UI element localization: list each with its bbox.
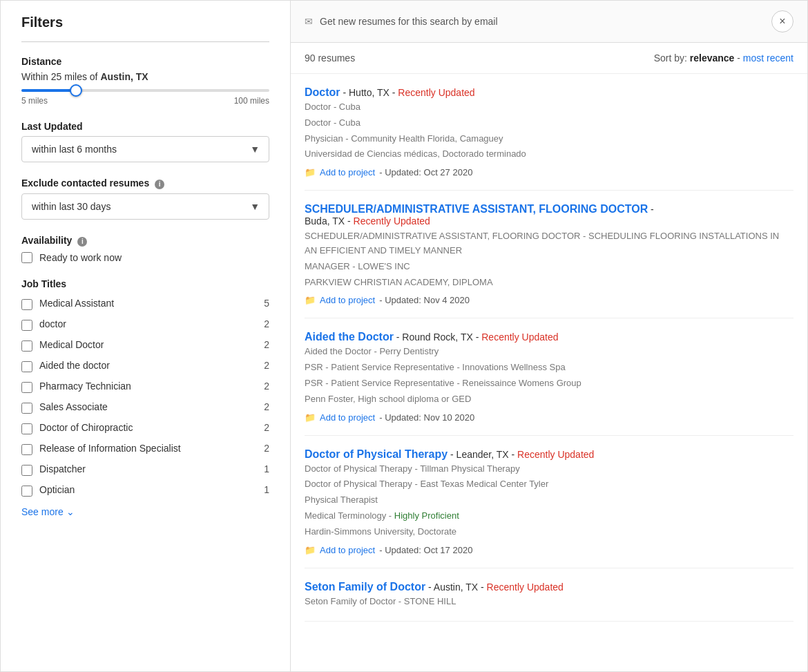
sort-most-recent-link[interactable]: most recent <box>743 52 793 64</box>
result-line-2-0: Aided the Doctor - Perry Dentistry <box>305 345 793 359</box>
result-line-3-3: Medical Terminology - Highly Proficient <box>305 509 793 524</box>
list-item: Aided the doctor 2 <box>21 356 269 376</box>
sort-by-section: Sort by: relevance - most recent <box>654 52 793 64</box>
result-line-1-0: SCHEDULER/ADMINISTRATIVE ASSISTANT, FLOO… <box>305 229 793 258</box>
add-project-link-1[interactable]: Add to project <box>320 295 375 305</box>
updated-date-1: - Updated: Nov 4 2020 <box>379 295 470 305</box>
job-title-count-8: 1 <box>256 463 269 474</box>
results-list: Doctor - Hutto, TX - Recently Updated Do… <box>291 74 807 622</box>
result-title-row-4: Seton Family of Doctor - Austin, TX - Re… <box>305 581 793 593</box>
list-item: Medical Doctor 2 <box>21 335 269 356</box>
job-title-name-6: Doctor of Chiropractic <box>39 422 249 433</box>
slider-thumb[interactable] <box>70 84 82 97</box>
email-bar-left: ✉ Get new resumes for this search by ema… <box>305 16 498 27</box>
highly-proficient-badge: Highly Proficient <box>394 510 459 521</box>
result-title-1[interactable]: SCHEDULER/ADMINISTRATIVE ASSISTANT, FLOO… <box>305 203 648 215</box>
result-title-2[interactable]: Aided the Doctor <box>305 331 394 343</box>
folder-icon-3: 📁 <box>305 545 316 555</box>
result-location-3: - Leander, TX - <box>450 449 517 460</box>
slider-track <box>21 89 269 92</box>
job-title-checkbox-6[interactable] <box>21 423 32 434</box>
see-more-link[interactable]: See more ⌄ <box>21 506 75 517</box>
job-title-name-5: Sales Associate <box>39 401 249 412</box>
list-item: Medical Assistant 5 <box>21 294 269 314</box>
exclude-contacted-label: Exclude contacted resumes i <box>21 177 269 189</box>
distance-description: Within 25 miles of Austin, TX <box>21 71 269 82</box>
result-title-4[interactable]: Seton Family of Doctor <box>305 581 425 593</box>
result-title-3[interactable]: Doctor of Physical Therapy <box>305 448 448 460</box>
result-line-4-0: Seton Family of Doctor - STONE HILL <box>305 595 793 609</box>
exclude-contacted-filter: Exclude contacted resumes i within last … <box>21 177 269 220</box>
add-project-row-2: 📁 Add to project - Updated: Nov 10 2020 <box>305 412 793 423</box>
last-updated-select-wrapper: within last 6 months within last 30 days… <box>21 136 269 162</box>
result-title-row-3: Doctor of Physical Therapy - Leander, TX… <box>305 448 793 461</box>
add-project-row-3: 📁 Add to project - Updated: Oct 17 2020 <box>305 545 793 555</box>
add-project-link-2[interactable]: Add to project <box>320 412 375 423</box>
job-title-count-2: 2 <box>256 339 269 350</box>
see-more-chevron-icon: ⌄ <box>66 506 75 517</box>
job-title-count-7: 2 <box>256 443 269 454</box>
slider-min-label: 5 miles <box>21 96 48 106</box>
job-title-checkbox-9[interactable] <box>21 486 32 497</box>
ready-to-work-checkbox[interactable] <box>21 252 32 263</box>
table-row: Doctor - Hutto, TX - Recently Updated Do… <box>305 74 793 191</box>
distance-label: Distance <box>21 56 269 67</box>
result-title-row-2: Aided the Doctor - Round Rock, TX - Rece… <box>305 331 793 343</box>
job-title-checkbox-0[interactable] <box>21 299 32 310</box>
job-title-name-7: Release of Information Specialist <box>39 443 249 454</box>
job-title-checkbox-4[interactable] <box>21 382 32 393</box>
table-row: Seton Family of Doctor - Austin, TX - Re… <box>305 568 793 622</box>
list-item: doctor 2 <box>21 314 269 335</box>
add-project-row-0: 📁 Add to project - Updated: Oct 27 2020 <box>305 167 793 177</box>
availability-filter: Availability i Ready to work now <box>21 235 269 263</box>
sidebar: Filters Distance Within 25 miles of Aust… <box>1 1 291 671</box>
folder-icon-2: 📁 <box>305 412 316 423</box>
result-line-1-2: PARKVIEW CHRISTIAN ACADEMY, DIPLOMA <box>305 276 793 290</box>
table-row: Doctor of Physical Therapy - Leander, TX… <box>305 436 793 568</box>
job-title-checkbox-1[interactable] <box>21 320 32 331</box>
updated-date-3: - Updated: Oct 17 2020 <box>379 545 472 555</box>
add-project-link-3[interactable]: Add to project <box>320 545 375 555</box>
add-project-link-0[interactable]: Add to project <box>320 167 375 177</box>
result-updated-4: Recently Updated <box>487 582 564 593</box>
distance-filter: Distance Within 25 miles of Austin, TX 5… <box>21 56 269 106</box>
job-title-name-2: Medical Doctor <box>39 339 249 350</box>
main-content: ✉ Get new resumes for this search by ema… <box>291 1 807 671</box>
job-title-checkbox-5[interactable] <box>21 403 32 414</box>
result-location-0: - Hutto, TX - <box>343 87 398 98</box>
table-row: SCHEDULER/ADMINISTRATIVE ASSISTANT, FLOO… <box>305 191 793 318</box>
results-count: 90 resumes <box>305 52 355 64</box>
job-title-name-1: doctor <box>39 318 249 329</box>
job-title-checkbox-3[interactable] <box>21 361 32 372</box>
email-bar-text: Get new resumes for this search by email <box>320 16 498 27</box>
result-line-3-4: Hardin-Simmons University, Doctorate <box>305 525 793 539</box>
job-title-checkbox-8[interactable] <box>21 465 32 476</box>
job-title-checkbox-2[interactable] <box>21 340 32 352</box>
last-updated-select[interactable]: within last 6 months within last 30 days… <box>21 136 269 162</box>
exclude-contacted-info-icon[interactable]: i <box>155 180 164 189</box>
folder-icon-1: 📁 <box>305 295 316 305</box>
result-updated-3: Recently Updated <box>517 449 594 460</box>
availability-info-icon[interactable]: i <box>77 237 87 247</box>
result-location-4: - Austin, TX - <box>428 582 487 593</box>
job-title-count-1: 2 <box>256 318 269 329</box>
result-title-row-1: SCHEDULER/ADMINISTRATIVE ASSISTANT, FLOO… <box>305 203 793 215</box>
result-title-0[interactable]: Doctor <box>305 86 340 98</box>
results-header: 90 resumes Sort by: relevance - most rec… <box>291 43 807 74</box>
sort-current: relevance <box>690 52 735 64</box>
result-line-2-2: PSR - Patient Service Representative - R… <box>305 376 793 391</box>
job-titles-filter: Job Titles Medical Assistant 5 doctor 2 … <box>21 278 269 517</box>
ready-to-work-checkbox-row[interactable]: Ready to work now <box>21 252 269 263</box>
result-line-0-2: Physician - Community Health Florida, Ca… <box>305 132 793 146</box>
last-updated-label: Last Updated <box>21 121 269 132</box>
job-title-name-9: Optician <box>39 484 249 495</box>
result-location-1: - <box>651 204 654 215</box>
exclude-contacted-select[interactable]: within last 30 days within last 7 days w… <box>21 193 269 220</box>
job-title-count-9: 1 <box>256 484 269 495</box>
add-project-row-1: 📁 Add to project - Updated: Nov 4 2020 <box>305 295 793 305</box>
result-line-3-1: Doctor of Physical Therapy - East Texas … <box>305 477 793 492</box>
job-title-checkbox-7[interactable] <box>21 444 32 455</box>
close-button[interactable]: × <box>771 10 793 32</box>
email-icon: ✉ <box>305 16 313 27</box>
slider-labels: 5 miles 100 miles <box>21 96 269 106</box>
